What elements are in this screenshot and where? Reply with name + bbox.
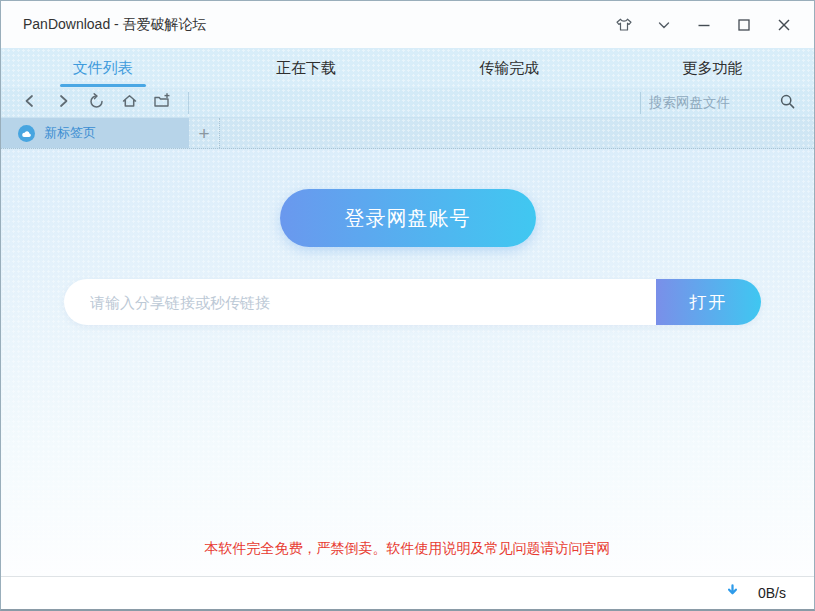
status-bar: 0B/s [1,576,814,609]
search-button[interactable] [779,93,796,113]
maximize-icon [736,17,752,33]
download-arrow-icon [725,583,740,603]
home-button[interactable] [116,91,142,115]
refresh-icon [88,93,105,113]
share-link-row: 打开 [64,279,761,325]
minimize-button[interactable] [688,10,720,40]
chevron-down-icon [656,17,672,33]
main-content: 登录网盘账号 打开 本软件完全免费，严禁倒卖。软件使用说明及常见问题请访问官网 [1,149,814,576]
menu-button[interactable] [648,10,680,40]
login-button[interactable]: 登录网盘账号 [280,189,536,247]
forward-button[interactable] [50,91,76,115]
maximize-button[interactable] [728,10,760,40]
search-icon [779,93,796,113]
home-icon [121,93,138,112]
tab-downloading[interactable]: 正在下载 [204,48,407,88]
pan-tab-new-page[interactable]: 新标签页 [1,118,189,148]
skin-button[interactable] [608,10,640,40]
tab-label: 正在下载 [276,59,336,78]
tab-more-features[interactable]: 更多功能 [611,48,814,88]
tab-label: 更多功能 [682,59,742,78]
back-button[interactable] [17,91,43,115]
tab-label: 传输完成 [479,59,539,78]
minimize-icon [696,17,712,33]
refresh-button[interactable] [83,91,109,115]
main-nav-tabs: 文件列表 正在下载 传输完成 更多功能 [1,48,814,88]
search-box [647,93,804,113]
shirt-icon [615,17,633,33]
toolbar-separator [188,92,189,114]
free-software-notice: 本软件完全免费，严禁倒卖。软件使用说明及常见问题请访问官网 [1,540,814,558]
window-controls [608,10,800,40]
pan-tab-label: 新标签页 [44,124,96,142]
open-button[interactable]: 打开 [656,279,761,325]
window-title: PanDownload - 吾爱破解论坛 [23,16,608,34]
new-folder-icon [153,93,171,112]
close-icon [776,17,792,33]
search-input[interactable] [647,94,769,111]
close-button[interactable] [768,10,800,40]
active-tab-indicator [60,84,146,87]
toolbar [1,88,814,118]
new-folder-button[interactable] [149,91,175,115]
download-speed: 0B/s [758,585,786,601]
cloud-icon [18,125,35,142]
forward-icon [55,93,71,112]
title-bar: PanDownload - 吾爱破解论坛 [1,1,814,48]
tab-file-list[interactable]: 文件列表 [1,48,204,88]
back-icon [22,93,38,112]
new-tab-button[interactable]: + [189,118,220,148]
toolbar-separator [640,92,641,114]
tab-strip: 新标签页 + [1,118,814,149]
tab-transfer-complete[interactable]: 传输完成 [408,48,611,88]
tab-label: 文件列表 [73,59,133,78]
app-window: PanDownload - 吾爱破解论坛 [0,0,815,611]
